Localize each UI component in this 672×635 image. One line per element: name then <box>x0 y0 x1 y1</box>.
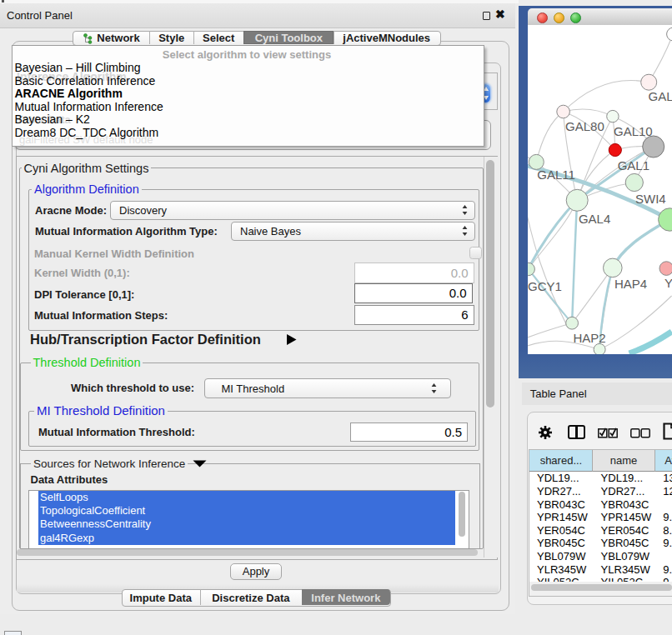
svg-text:HAP4: HAP4 <box>614 277 647 291</box>
svg-text:HAP2: HAP2 <box>574 331 606 345</box>
svg-text:GAL80: GAL80 <box>565 119 604 133</box>
svg-text:SWI4: SWI4 <box>635 192 666 206</box>
svg-text:GCY1: GCY1 <box>528 279 562 293</box>
svg-text:GAL2: GAL2 <box>649 89 672 103</box>
svg-text:GAL4: GAL4 <box>579 212 610 226</box>
svg-text:YD: YD <box>664 276 672 290</box>
svg-text:GAL10: GAL10 <box>614 124 653 138</box>
svg-text:GAL11: GAL11 <box>538 168 576 182</box>
svg-text:GAL1: GAL1 <box>618 158 649 172</box>
